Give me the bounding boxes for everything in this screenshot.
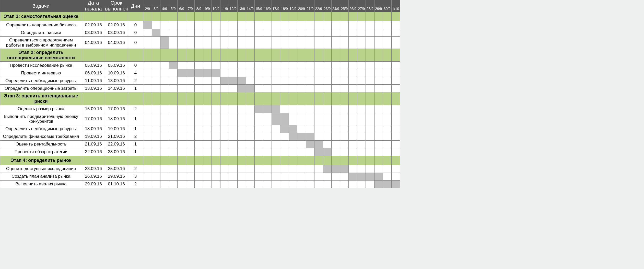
gantt-cell[interactable] [383, 173, 392, 180]
gantt-cell[interactable] [254, 69, 263, 77]
gantt-cell[interactable] [280, 113, 289, 125]
gantt-cell[interactable] [186, 113, 195, 125]
gantt-cell[interactable] [366, 156, 374, 165]
gantt-cell[interactable] [254, 148, 263, 156]
gantt-cell[interactable] [254, 21, 263, 29]
gantt-cell[interactable] [280, 156, 289, 165]
gantt-cell[interactable] [152, 140, 160, 148]
gantt-cell[interactable] [254, 92, 263, 105]
gantt-cell[interactable] [229, 69, 238, 77]
gantt-cell[interactable] [237, 125, 246, 133]
gantt-cell[interactable] [186, 165, 195, 173]
gantt-cell[interactable] [306, 165, 314, 173]
gantt-cell[interactable] [143, 77, 152, 85]
gantt-cell[interactable] [332, 180, 340, 188]
gantt-cell[interactable] [169, 69, 178, 77]
gantt-cell[interactable] [366, 69, 374, 77]
gantt-cell[interactable] [263, 148, 272, 156]
cell-end[interactable]: 10.09.16 [105, 69, 128, 77]
gantt-cell[interactable] [289, 165, 297, 173]
gantt-cell[interactable] [280, 29, 289, 37]
gantt-cell[interactable] [383, 49, 392, 62]
gantt-cell[interactable] [314, 49, 323, 62]
gantt-cell[interactable] [280, 173, 289, 180]
gantt-cell[interactable] [263, 77, 272, 85]
gantt-cell[interactable] [203, 37, 212, 49]
gantt-cell[interactable] [169, 133, 178, 140]
gantt-cell[interactable] [152, 49, 160, 62]
gantt-cell[interactable] [280, 140, 289, 148]
gantt-cell[interactable] [186, 133, 195, 140]
gantt-cell[interactable] [391, 180, 400, 188]
task-row[interactable]: Определить финансовые требования19.09.16… [0, 133, 400, 140]
gantt-cell[interactable] [152, 180, 160, 188]
gantt-cell[interactable] [186, 140, 195, 148]
gantt-cell[interactable] [280, 49, 289, 62]
gantt-cell[interactable] [169, 62, 178, 69]
gantt-cell[interactable] [195, 21, 203, 29]
gantt-cell[interactable] [306, 180, 314, 188]
gantt-cell[interactable] [169, 105, 178, 113]
gantt-cell[interactable] [332, 140, 340, 148]
gantt-cell[interactable] [152, 133, 160, 140]
gantt-cell[interactable] [366, 12, 374, 21]
gantt-cell[interactable] [349, 62, 357, 69]
gantt-cell[interactable] [195, 105, 203, 113]
gantt-cell[interactable] [229, 113, 238, 125]
gantt-cell[interactable] [169, 173, 178, 180]
gantt-cell[interactable] [212, 77, 220, 85]
gantt-cell[interactable] [246, 49, 255, 62]
gantt-cell[interactable] [306, 37, 314, 49]
gantt-cell[interactable] [220, 29, 229, 37]
gantt-cell[interactable] [391, 125, 400, 133]
gantt-cell[interactable] [186, 92, 195, 105]
gantt-cell[interactable] [186, 148, 195, 156]
gantt-cell[interactable] [254, 133, 263, 140]
gantt-cell[interactable] [229, 62, 238, 69]
gantt-cell[interactable] [203, 62, 212, 69]
gantt-cell[interactable] [349, 29, 357, 37]
gantt-cell[interactable] [289, 148, 297, 156]
gantt-cell[interactable] [306, 69, 314, 77]
gantt-cell[interactable] [160, 29, 169, 37]
gantt-cell[interactable] [237, 92, 246, 105]
gantt-cell[interactable] [323, 12, 332, 21]
gantt-cell[interactable] [332, 77, 340, 85]
cell-days[interactable]: 0 [128, 37, 143, 49]
gantt-cell[interactable] [306, 133, 314, 140]
gantt-cell[interactable] [323, 113, 332, 125]
gantt-cell[interactable] [212, 156, 220, 165]
gantt-cell[interactable] [220, 140, 229, 148]
gantt-cell[interactable] [246, 148, 255, 156]
gantt-cell[interactable] [195, 140, 203, 148]
gantt-cell[interactable] [272, 62, 280, 69]
gantt-cell[interactable] [246, 62, 255, 69]
task-name[interactable]: Определить направление бизнеса [0, 21, 82, 29]
gantt-cell[interactable] [357, 140, 366, 148]
gantt-cell[interactable] [143, 113, 152, 125]
gantt-cell[interactable] [297, 156, 306, 165]
gantt-cell[interactable] [152, 105, 160, 113]
gantt-cell[interactable] [340, 140, 349, 148]
gantt-cell[interactable] [272, 180, 280, 188]
gantt-cell[interactable] [178, 165, 186, 173]
gantt-cell[interactable] [374, 12, 383, 21]
gantt-cell[interactable] [366, 105, 374, 113]
gantt-cell[interactable] [246, 140, 255, 148]
gantt-cell[interactable] [152, 173, 160, 180]
gantt-cell[interactable] [323, 173, 332, 180]
gantt-cell[interactable] [152, 29, 160, 37]
cell-start[interactable]: 18.09.16 [82, 125, 105, 133]
task-row[interactable]: Выполнить предварительную оценку конкуре… [0, 113, 400, 125]
cell-days[interactable]: 1 [128, 140, 143, 148]
gantt-cell[interactable] [169, 113, 178, 125]
gantt-cell[interactable] [357, 77, 366, 85]
gantt-cell[interactable] [203, 29, 212, 37]
gantt-cell[interactable] [297, 29, 306, 37]
cell-start[interactable]: 17.09.16 [82, 113, 105, 125]
gantt-cell[interactable] [349, 148, 357, 156]
cell-start[interactable]: 05.09.16 [82, 62, 105, 69]
gantt-cell[interactable] [195, 77, 203, 85]
gantt-cell[interactable] [340, 85, 349, 92]
gantt-cell[interactable] [374, 113, 383, 125]
